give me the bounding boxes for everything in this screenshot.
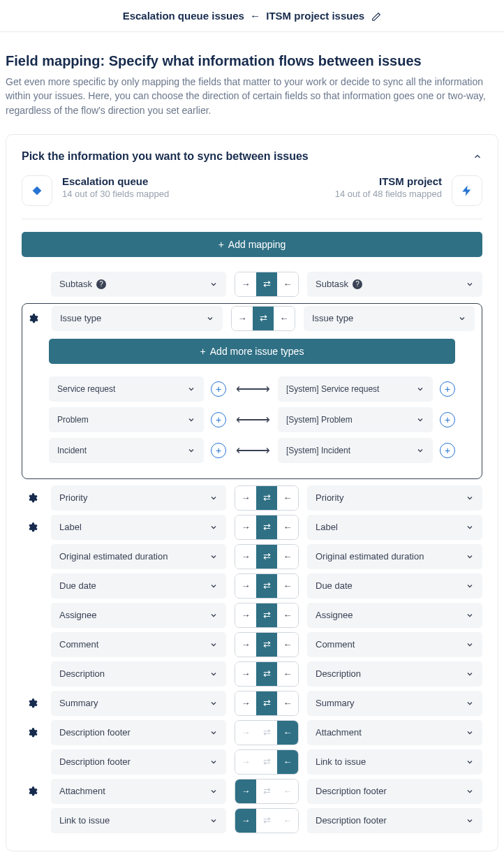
direction-left[interactable]: ←	[277, 750, 298, 774]
direction-right[interactable]: →	[235, 603, 256, 627]
direction-toggle[interactable]: →⇄←	[235, 272, 299, 297]
help-icon[interactable]: ?	[96, 279, 106, 289]
direction-right[interactable]: →	[235, 750, 256, 774]
field-select[interactable]: Summary	[307, 691, 482, 716]
direction-right[interactable]: →	[235, 272, 256, 296]
direction-left[interactable]: ←	[277, 691, 298, 715]
direction-both[interactable]: ⇄	[256, 515, 277, 539]
plus-circle-icon[interactable]: +	[211, 443, 226, 458]
direction-toggle[interactable]: →⇄←	[235, 749, 299, 775]
gear-slot[interactable]	[22, 786, 43, 797]
field-select[interactable]: [System] Service request	[278, 376, 433, 402]
field-select[interactable]: Priority	[51, 485, 226, 511]
field-select[interactable]: Description footer	[51, 749, 226, 775]
direction-both[interactable]: ⇄	[253, 307, 274, 330]
direction-both[interactable]: ⇄	[256, 574, 277, 598]
field-select[interactable]: Link to issue	[51, 808, 226, 833]
direction-toggle[interactable]: →⇄←	[235, 779, 299, 804]
direction-both[interactable]: ⇄	[256, 545, 277, 569]
field-select[interactable]: Description footer	[307, 779, 482, 804]
direction-both[interactable]: ⇄	[256, 662, 277, 686]
direction-both[interactable]: ⇄	[256, 486, 277, 510]
direction-toggle[interactable]: →⇄←	[235, 632, 299, 657]
direction-toggle[interactable]: →⇄←	[235, 515, 299, 540]
add-mapping-button[interactable]: + Add mapping	[22, 232, 482, 257]
field-select[interactable]: Issue type	[304, 306, 475, 331]
direction-toggle[interactable]: →⇄←	[235, 720, 299, 745]
field-select[interactable]: Description footer	[51, 720, 226, 745]
field-select[interactable]: Priority	[307, 485, 482, 511]
direction-left[interactable]: ←	[277, 633, 298, 657]
direction-both[interactable]: ⇄	[256, 750, 277, 774]
direction-left[interactable]: ←	[277, 486, 298, 510]
direction-toggle[interactable]: →⇄←	[235, 808, 299, 833]
plus-circle-icon[interactable]: +	[440, 381, 455, 397]
direction-right[interactable]: →	[235, 486, 256, 510]
direction-both[interactable]: ⇄	[256, 272, 277, 296]
direction-toggle[interactable]: →⇄←	[235, 691, 299, 716]
gear-slot[interactable]	[22, 727, 43, 738]
field-select[interactable]: [System] Problem	[278, 407, 433, 432]
direction-toggle[interactable]: →⇄←	[235, 603, 299, 628]
direction-right[interactable]: →	[235, 691, 256, 715]
direction-both[interactable]: ⇄	[256, 691, 277, 715]
field-select[interactable]: Original estimated duration	[51, 544, 226, 569]
direction-left[interactable]: ←	[277, 721, 298, 745]
field-select[interactable]: Label	[51, 515, 226, 540]
direction-left[interactable]: ←	[277, 272, 298, 296]
direction-both[interactable]: ⇄	[256, 779, 277, 803]
direction-right[interactable]: →	[235, 515, 256, 539]
field-select[interactable]: Assignee	[51, 603, 226, 628]
field-select[interactable]: Description	[51, 661, 226, 687]
direction-left[interactable]: ←	[277, 545, 298, 569]
direction-right[interactable]: →	[235, 662, 256, 686]
add-issue-types-button[interactable]: +Add more issue types	[49, 339, 455, 364]
help-icon[interactable]: ?	[353, 279, 362, 289]
direction-left[interactable]: ←	[277, 574, 298, 598]
plus-circle-icon[interactable]: +	[211, 412, 226, 427]
field-select[interactable]: Issue type	[52, 306, 223, 331]
direction-both[interactable]: ⇄	[256, 633, 277, 657]
direction-right[interactable]: →	[235, 545, 256, 569]
field-select[interactable]: Label	[307, 515, 482, 540]
direction-left[interactable]: ←	[277, 809, 298, 833]
field-select[interactable]: [System] Incident	[278, 438, 433, 463]
gear-slot[interactable]	[22, 313, 43, 324]
field-select[interactable]: Link to issue	[307, 749, 482, 775]
direction-left[interactable]: ←	[274, 307, 295, 330]
gear-slot[interactable]	[22, 522, 43, 533]
field-select[interactable]: Original estimated duration	[307, 544, 482, 569]
field-select[interactable]: Description	[307, 661, 482, 687]
direction-toggle[interactable]: →⇄←	[231, 306, 295, 331]
plus-circle-icon[interactable]: +	[440, 443, 455, 458]
gear-slot[interactable]	[22, 492, 43, 504]
direction-left[interactable]: ←	[277, 603, 298, 627]
direction-left[interactable]: ←	[277, 662, 298, 686]
field-select[interactable]: Service request	[49, 376, 204, 402]
direction-right[interactable]: →	[232, 307, 253, 330]
gear-slot[interactable]	[22, 698, 43, 709]
direction-toggle[interactable]: →⇄←	[235, 544, 299, 569]
direction-right[interactable]: →	[235, 574, 256, 598]
direction-right[interactable]: →	[235, 721, 256, 745]
plus-circle-icon[interactable]: +	[211, 381, 226, 397]
field-select[interactable]: Problem	[49, 407, 204, 432]
field-select[interactable]: Subtask?	[307, 272, 482, 297]
field-select[interactable]: Attachment	[307, 720, 482, 745]
chevron-up-icon[interactable]	[473, 152, 482, 161]
direction-left[interactable]: ←	[277, 515, 298, 539]
direction-both[interactable]: ⇄	[256, 603, 277, 627]
field-select[interactable]: Description footer	[307, 808, 482, 833]
field-select[interactable]: Due date	[51, 573, 226, 599]
direction-toggle[interactable]: →⇄←	[235, 661, 299, 687]
direction-toggle[interactable]: →⇄←	[235, 573, 299, 599]
direction-right[interactable]: →	[235, 809, 256, 833]
direction-toggle[interactable]: →⇄←	[235, 485, 299, 511]
field-select[interactable]: Attachment	[51, 779, 226, 804]
field-select[interactable]: Summary	[51, 691, 226, 716]
direction-left[interactable]: ←	[277, 779, 298, 803]
field-select[interactable]: Subtask?	[51, 272, 226, 297]
direction-both[interactable]: ⇄	[256, 721, 277, 745]
direction-right[interactable]: →	[235, 633, 256, 657]
direction-both[interactable]: ⇄	[256, 809, 277, 833]
